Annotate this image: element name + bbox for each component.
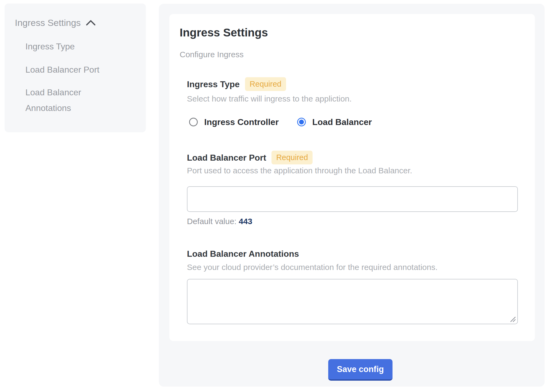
sidebar-item-load-balancer-annotations[interactable]: Load Balancer Annotations (25, 85, 106, 116)
ingress-type-heading-row: Ingress Type Required (187, 77, 286, 91)
load-balancer-annotations-description: See your cloud provider’s documentation … (187, 262, 438, 273)
radio-option-ingress-controller[interactable]: Ingress Controller (189, 116, 279, 128)
ingress-settings-page: Ingress Settings Ingress Type Load Balan… (0, 0, 550, 392)
load-balancer-port-description: Port used to access the application thro… (187, 165, 412, 176)
save-config-button[interactable]: Save config (328, 359, 393, 381)
ingress-type-description: Select how traffic will ingress to the a… (187, 93, 352, 104)
load-balancer-port-input[interactable] (187, 186, 518, 212)
main-panel: Ingress Settings Configure Ingress Ingre… (159, 4, 545, 387)
save-config-button-label: Save config (337, 364, 384, 374)
radio-option-load-balancer[interactable]: Load Balancer (297, 116, 372, 128)
radio-label-ingress-controller[interactable]: Ingress Controller (204, 116, 279, 128)
sidebar-group-ingress-settings[interactable]: Ingress Settings (15, 17, 96, 29)
sidebar-item-load-balancer-port[interactable]: Load Balancer Port (25, 64, 99, 76)
required-badge: Required (245, 77, 286, 91)
ingress-settings-card: Ingress Settings Configure Ingress Ingre… (169, 14, 535, 341)
sidebar-item-ingress-type[interactable]: Ingress Type (25, 40, 75, 52)
ingress-type-label: Ingress Type (187, 78, 240, 90)
load-balancer-port-heading-row: Load Balancer Port Required (187, 151, 313, 164)
default-value: 443 (239, 217, 252, 226)
chevron-up-icon (86, 19, 96, 26)
sidebar: Ingress Settings Ingress Type Load Balan… (5, 4, 146, 132)
load-balancer-annotations-heading-row: Load Balancer Annotations (187, 248, 299, 260)
radio-label-load-balancer[interactable]: Load Balancer (312, 116, 372, 128)
ingress-type-radio-group: Ingress Controller Load Balancer (187, 116, 518, 129)
page-title: Ingress Settings (180, 26, 268, 39)
radio-selected-icon[interactable] (297, 118, 306, 126)
load-balancer-annotations-field (187, 279, 518, 324)
sidebar-group-label: Ingress Settings (15, 17, 81, 29)
default-value-label: Default value: (187, 217, 236, 226)
load-balancer-port-label: Load Balancer Port (187, 152, 266, 164)
default-value-line: Default value: 443 (187, 216, 252, 227)
radio-unselected-icon[interactable] (189, 118, 198, 126)
required-badge: Required (271, 151, 313, 164)
load-balancer-annotations-label: Load Balancer Annotations (187, 248, 299, 260)
resize-handle-icon[interactable] (509, 315, 516, 322)
load-balancer-annotations-textarea[interactable] (187, 279, 518, 324)
page-subtitle: Configure Ingress (180, 49, 244, 60)
